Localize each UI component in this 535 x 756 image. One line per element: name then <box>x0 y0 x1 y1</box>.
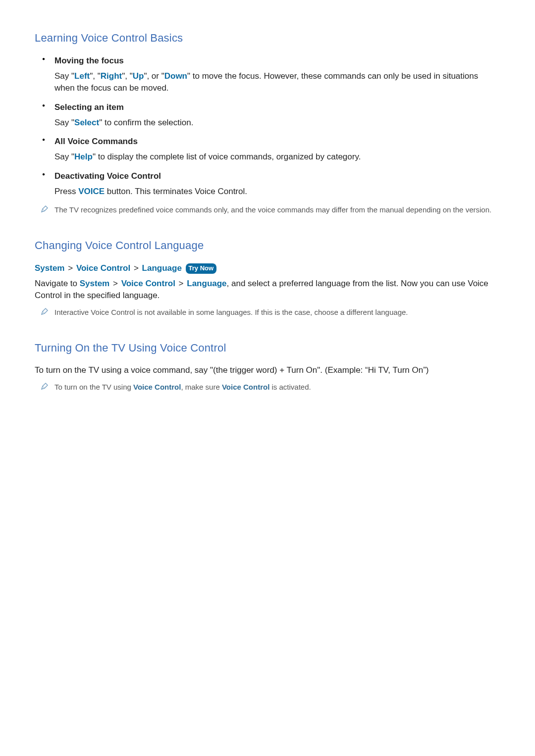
section-learning-basics: Learning Voice Control Basics Moving the… <box>35 31 500 215</box>
list-item: Moving the focus Say "Left", "Right", "U… <box>54 55 500 95</box>
voice-control-label: Voice Control <box>133 383 181 391</box>
voice-command: Left <box>74 71 90 81</box>
body-paragraph: Navigate to System > Voice Control > Lan… <box>35 278 500 302</box>
item-body: Say "Help" to display the complete list … <box>54 151 500 163</box>
note: Interactive Voice Control is not availab… <box>35 307 500 318</box>
item-title: All Voice Commands <box>54 136 500 148</box>
item-body: Say "Left", "Right", "Up", or "Down" to … <box>54 70 500 95</box>
caret-icon: > <box>178 279 185 288</box>
section-changing-language: Changing Voice Control Language System >… <box>35 238 500 318</box>
item-title: Selecting an item <box>54 101 500 113</box>
section-turning-on-tv: Turning On the TV Using Voice Control To… <box>35 341 500 393</box>
voice-command: Right <box>101 71 122 81</box>
item-title: Moving the focus <box>54 55 500 67</box>
note: The TV recognizes predefined voice comma… <box>35 204 500 215</box>
nav-path: System > Voice Control > Language Try No… <box>35 262 500 274</box>
basics-list: Moving the focus Say "Left", "Right", "U… <box>35 55 500 198</box>
navpath-language: Language <box>142 263 182 273</box>
voice-command: Select <box>74 118 99 127</box>
pencil-icon <box>41 307 49 315</box>
navpath-system: System <box>35 263 64 273</box>
voice-command: Help <box>74 152 93 161</box>
inline-nav-system: System <box>80 279 109 288</box>
list-item: All Voice Commands Say "Help" to display… <box>54 136 500 163</box>
item-title: Deactivating Voice Control <box>54 170 500 182</box>
heading-learning-basics: Learning Voice Control Basics <box>35 31 500 46</box>
svg-line-2 <box>43 386 45 388</box>
list-item: Deactivating Voice Control Press VOICE b… <box>54 170 500 198</box>
caret-icon: > <box>67 263 74 273</box>
note: To turn on the TV using Voice Control, m… <box>35 382 500 393</box>
voice-command: Up <box>133 71 144 81</box>
note-text: The TV recognizes predefined voice comma… <box>54 205 491 214</box>
inline-nav-voice-control: Voice Control <box>121 279 175 288</box>
svg-line-0 <box>43 209 45 211</box>
voice-command: VOICE <box>78 187 105 196</box>
svg-line-1 <box>43 311 45 313</box>
inline-nav-language: Language <box>187 279 226 288</box>
voice-command: Down <box>164 71 187 81</box>
caret-icon: > <box>112 279 119 288</box>
navpath-voice-control: Voice Control <box>76 263 130 273</box>
try-now-badge[interactable]: Try Now <box>186 263 217 274</box>
item-body: Press VOICE button. This terminates Voic… <box>54 186 500 198</box>
list-item: Selecting an item Say "Select" to confir… <box>54 101 500 129</box>
heading-changing-language: Changing Voice Control Language <box>35 238 500 253</box>
item-body: Say "Select" to confirm the selection. <box>54 117 500 129</box>
voice-control-label: Voice Control <box>222 383 269 391</box>
heading-turning-on-tv: Turning On the TV Using Voice Control <box>35 341 500 356</box>
pencil-icon <box>41 205 49 213</box>
body-paragraph: To turn on the TV using a voice command,… <box>35 364 500 377</box>
pencil-icon <box>41 382 49 390</box>
note-text: Interactive Voice Control is not availab… <box>54 308 408 316</box>
caret-icon: > <box>133 263 140 273</box>
